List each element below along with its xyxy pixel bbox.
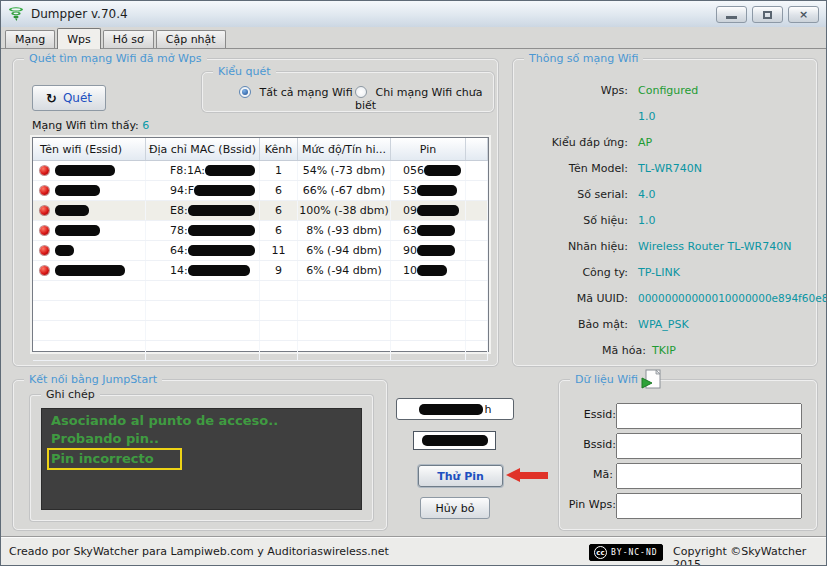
cell-essid xyxy=(33,221,146,240)
redacted-essid xyxy=(55,165,115,176)
pin-wps-label: Pin Wps: xyxy=(569,498,616,511)
cell-bssid: 64: xyxy=(146,241,260,260)
networks-table[interactable]: Tên wifi (Essid) Địa chỉ MAC (Bssid) Kên… xyxy=(32,137,489,352)
scan-type-title: Kiểu quét xyxy=(213,65,276,78)
info-label: Bảo mật: xyxy=(528,318,628,331)
maximize-icon xyxy=(763,11,772,19)
try-pin-button[interactable]: Thử Pin xyxy=(418,465,503,487)
credit-text: Creado por SkyWatcher para Lampiweb.com … xyxy=(9,545,389,558)
redacted-mac xyxy=(205,165,255,176)
redacted-essid xyxy=(55,245,74,256)
wifi-info-title: Thông số mạng Wifi xyxy=(524,52,643,65)
tab-mang[interactable]: Mạng xyxy=(5,30,55,48)
header-signal[interactable]: Mức độ/Tín hi... xyxy=(298,138,391,160)
table-row-empty xyxy=(33,301,488,321)
table-row[interactable]: F8:1A: 1 54% (-73 dbm) 056 xyxy=(33,161,488,181)
radio-unknown-wifi-label: Chi mạng Wifi chưa biết xyxy=(355,86,482,112)
table-row[interactable]: 14: 9 6% (-94 dbm) 10 xyxy=(33,261,488,281)
redacted-pin xyxy=(417,245,455,256)
cell-essid xyxy=(33,181,146,200)
network-led-icon xyxy=(40,206,49,215)
cell-spacer xyxy=(466,241,488,260)
close-button[interactable]: × xyxy=(788,6,819,23)
radio-unknown-wifi[interactable]: Chi mạng Wifi chưa biết xyxy=(355,86,493,112)
close-icon: × xyxy=(799,9,808,20)
cell-channel: 9 xyxy=(260,261,298,280)
scan-button[interactable]: ↻ Quét xyxy=(32,85,106,111)
redacted-mac xyxy=(188,225,255,236)
cc-license-badge: cc BY-NC-ND xyxy=(589,544,663,561)
info-value: TP-LINK xyxy=(638,266,680,279)
tab-cap-nhat[interactable]: Cập nhật xyxy=(156,30,226,48)
current-pin-field[interactable] xyxy=(413,431,496,450)
info-row: Số serial: 4.0 xyxy=(528,182,808,208)
network-led-icon xyxy=(40,186,49,195)
tab-bar: Mạng Wps Hồ sơ Cập nhật xyxy=(1,27,826,49)
table-row[interactable]: 78: 6 8% (-93 dbm) 63 xyxy=(33,221,488,241)
redacted-network-name xyxy=(419,404,483,415)
minimize-button[interactable] xyxy=(716,6,747,23)
cell-spacer xyxy=(466,161,488,180)
redacted-pin xyxy=(424,165,461,176)
info-row: 1.0 xyxy=(528,104,808,130)
copyright-text: Copyright ©SkyWatcher 2015 xyxy=(673,545,826,566)
network-led-icon xyxy=(40,266,49,275)
redacted-essid xyxy=(55,205,89,216)
radio-selected-icon xyxy=(239,86,251,98)
pin-wps-field[interactable] xyxy=(616,493,802,519)
cell-channel: 11 xyxy=(260,241,298,260)
redacted-mac xyxy=(188,205,255,216)
info-label: Mã hóa: xyxy=(528,344,646,357)
info-label: Wps: xyxy=(528,84,628,97)
header-channel[interactable]: Kênh xyxy=(260,138,298,160)
key-label: Mã: xyxy=(593,468,613,481)
maximize-button[interactable] xyxy=(752,6,783,23)
field-row: Bssid: xyxy=(560,433,816,463)
license-type: BY-NC-ND xyxy=(611,548,658,557)
cancel-button[interactable]: Hủy bỏ xyxy=(420,497,490,519)
essid-field[interactable] xyxy=(616,403,802,429)
table-row[interactable]: 94:F 6 66% (-67 dbm) 53 xyxy=(33,181,488,201)
table-row-selected[interactable]: E8: 6 100% (-38 dbm) 09 xyxy=(33,201,488,221)
info-value: Configured xyxy=(638,84,698,97)
table-row-empty xyxy=(33,341,488,361)
jumpstart-log[interactable]: Asociando al punto de acceso.. Probando … xyxy=(41,408,362,510)
cell-signal: 100% (-38 dbm) xyxy=(298,201,391,220)
tab-wps[interactable]: Wps xyxy=(57,28,101,49)
info-value: AP xyxy=(638,136,652,149)
red-arrow-annotation-icon xyxy=(506,468,548,483)
info-label: Công ty: xyxy=(528,266,628,279)
selected-network-button[interactable]: h xyxy=(396,398,514,420)
header-pin[interactable]: Pin xyxy=(391,138,466,160)
log-groupbox: Ghi chép Asociando al punto de acceso.. … xyxy=(30,395,373,521)
jumpstart-groupbox: Kết nối bằng JumpStart Ghi chép Asociand… xyxy=(13,380,387,530)
field-row: Mã: xyxy=(560,463,816,493)
radio-all-wifi[interactable]: Tất cả mạng Wifi xyxy=(239,86,353,99)
header-essid[interactable]: Tên wifi (Essid) xyxy=(33,138,146,160)
network-led-icon xyxy=(40,166,49,175)
tab-ho-so[interactable]: Hồ sơ xyxy=(103,30,154,48)
cell-bssid: 78: xyxy=(146,221,260,240)
cell-bssid: F8:1A: xyxy=(146,161,260,180)
redacted-essid xyxy=(55,185,100,196)
redacted-pin xyxy=(417,185,457,196)
cell-signal: 6% (-94 dbm) xyxy=(298,261,391,280)
cell-channel: 1 xyxy=(260,161,298,180)
bssid-field[interactable] xyxy=(616,433,802,459)
export-data-icon[interactable] xyxy=(640,369,662,393)
header-bssid[interactable]: Địa chỉ MAC (Bssid) xyxy=(146,138,260,160)
info-label: Tên Model: xyxy=(528,162,628,175)
cell-essid xyxy=(33,261,146,280)
info-row: Mã hóa: TKIP xyxy=(528,338,808,364)
info-label: Kiểu đáp ứng: xyxy=(528,136,628,149)
cell-pin: 90 xyxy=(391,241,466,260)
info-label: Số serial: xyxy=(528,188,628,201)
key-field[interactable] xyxy=(616,463,802,489)
table-row[interactable]: 64: 11 6% (-94 dbm) 90 xyxy=(33,241,488,261)
app-wifi-icon xyxy=(8,6,24,22)
network-name-suffix: h xyxy=(485,403,492,416)
minimize-icon xyxy=(726,16,737,19)
cell-signal: 6% (-94 dbm) xyxy=(298,241,391,260)
cell-bssid: 94:F xyxy=(146,181,260,200)
cell-spacer xyxy=(466,201,488,220)
